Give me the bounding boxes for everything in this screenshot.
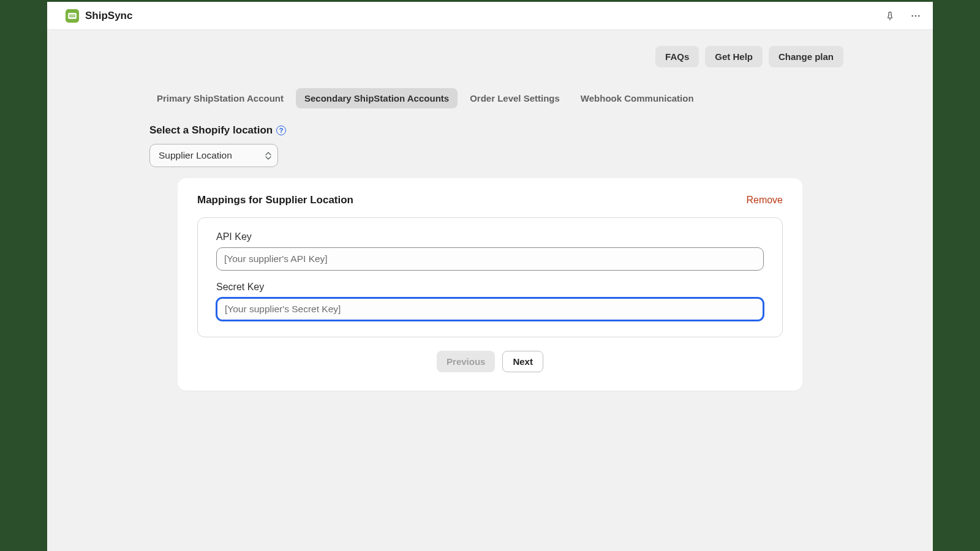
- pin-button[interactable]: [881, 7, 899, 24]
- section-label-row: Select a Shopify location ?: [47, 124, 933, 137]
- svg-point-5: [918, 15, 920, 17]
- change-plan-button[interactable]: Change plan: [769, 46, 843, 67]
- app-title: ShipSync: [85, 10, 132, 22]
- svg-point-3: [911, 15, 913, 17]
- header-actions-row: FAQs Get Help Change plan: [47, 46, 933, 67]
- app-logo-icon: [66, 9, 79, 23]
- faqs-button[interactable]: FAQs: [655, 46, 699, 67]
- tab-order-level[interactable]: Order Level Settings: [461, 88, 568, 108]
- api-key-input[interactable]: [216, 247, 764, 271]
- help-icon[interactable]: ?: [276, 126, 286, 135]
- svg-rect-1: [69, 15, 75, 15]
- more-horizontal-icon: [910, 10, 921, 21]
- svg-point-4: [915, 15, 917, 17]
- next-button[interactable]: Next: [502, 351, 543, 372]
- tab-webhook[interactable]: Webhook Communication: [572, 88, 703, 108]
- content: FAQs Get Help Change plan Primary ShipSt…: [47, 30, 933, 551]
- tabs: Primary ShipStation Account Secondary Sh…: [47, 88, 933, 108]
- secret-key-row: Secret Key: [216, 282, 764, 321]
- location-select-value: Supplier Location: [159, 150, 232, 161]
- top-actions: [881, 7, 924, 24]
- svg-rect-2: [69, 16, 75, 17]
- card-title: Mappings for Supplier Location: [197, 194, 353, 206]
- more-button[interactable]: [907, 7, 924, 24]
- mappings-card: Mappings for Supplier Location Remove AP…: [178, 178, 802, 391]
- tab-primary[interactable]: Primary ShipStation Account: [148, 88, 292, 108]
- remove-link[interactable]: Remove: [746, 195, 783, 206]
- card-header: Mappings for Supplier Location Remove: [197, 194, 783, 206]
- app-frame: ShipSync FAQs Get Help Change plan Prima…: [47, 2, 933, 551]
- svg-rect-0: [68, 13, 77, 19]
- tab-secondary[interactable]: Secondary ShipStation Accounts: [296, 88, 458, 108]
- location-select[interactable]: Supplier Location: [149, 144, 278, 167]
- secret-key-input[interactable]: [216, 298, 764, 321]
- nav-row: Previous Next: [197, 351, 783, 372]
- app-title-wrap: ShipSync: [56, 9, 132, 23]
- secret-key-label: Secret Key: [216, 282, 764, 293]
- previous-button: Previous: [437, 351, 495, 372]
- location-select-wrap: Supplier Location: [149, 144, 933, 167]
- location-label: Select a Shopify location: [149, 124, 273, 137]
- pin-icon: [885, 11, 895, 21]
- top-bar: ShipSync: [47, 2, 933, 30]
- api-key-row: API Key: [216, 231, 764, 271]
- get-help-button[interactable]: Get Help: [705, 46, 763, 67]
- api-key-label: API Key: [216, 231, 764, 242]
- select-chevrons-icon: [265, 152, 271, 160]
- credentials-card: API Key Secret Key: [197, 217, 783, 337]
